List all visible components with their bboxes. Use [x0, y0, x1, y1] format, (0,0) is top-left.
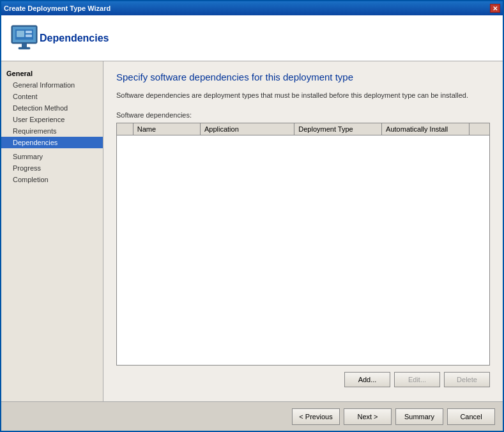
wizard-title: Dependencies [40, 33, 109, 44]
sidebar-section-general: General General Information Content Dete… [1, 66, 103, 150]
svg-rect-6 [26, 31, 32, 33]
delete-button[interactable]: Delete [444, 372, 490, 387]
summary-button[interactable]: Summary [395, 408, 443, 425]
sidebar-item-content[interactable]: Content [1, 91, 103, 102]
sidebar-item-user-experience[interactable]: User Experience [1, 114, 103, 125]
col-header-extra [469, 123, 489, 135]
dependencies-table-container: Name Application Deployment Type Automat… [116, 123, 490, 366]
window-title: Create Deployment Type Wizard [4, 4, 111, 12]
sidebar-item-completion[interactable]: Completion [1, 174, 103, 185]
sidebar-item-general-information[interactable]: General Information [1, 79, 103, 91]
dependencies-table: Name Application Deployment Type Automat… [117, 123, 489, 135]
title-bar: Create Deployment Type Wizard ✕ [1, 1, 503, 15]
add-button[interactable]: Add... [344, 372, 390, 387]
next-button[interactable]: Next > [344, 408, 392, 425]
col-header-application: Application [200, 123, 294, 135]
sidebar-item-detection-method[interactable]: Detection Method [1, 102, 103, 114]
svg-rect-5 [17, 31, 24, 37]
cancel-button[interactable]: Cancel [447, 408, 495, 425]
sidebar-item-requirements[interactable]: Requirements [1, 125, 103, 137]
previous-button[interactable]: < Previous [292, 408, 340, 425]
edit-button[interactable]: Edit... [394, 372, 440, 387]
svg-rect-3 [19, 47, 30, 49]
col-header-deployment-type: Deployment Type [294, 123, 382, 135]
svg-rect-7 [26, 35, 32, 37]
close-button[interactable]: ✕ [490, 4, 500, 13]
sidebar-section-summary: Summary Progress Completion [1, 150, 103, 187]
content-title: Specify software dependencies for this d… [116, 72, 490, 82]
wizard-header-icon [9, 23, 40, 54]
sidebar: General General Information Content Dete… [1, 61, 103, 401]
wizard-footer: < Previous Next > Summary Cancel [1, 401, 503, 431]
col-header-auto-install: Automatically Install [382, 123, 470, 135]
col-header-check [117, 123, 133, 135]
sidebar-item-dependencies[interactable]: Dependencies [1, 137, 103, 148]
svg-rect-2 [22, 43, 27, 47]
wizard-body: General General Information Content Dete… [1, 61, 503, 401]
wizard-header: Dependencies [1, 15, 503, 61]
col-header-name: Name [133, 123, 200, 135]
content-description: Software dependencies are deployment typ… [116, 90, 490, 101]
wizard-window: Create Deployment Type Wizard ✕ Dependen… [0, 0, 504, 432]
sidebar-item-progress[interactable]: Progress [1, 162, 103, 174]
section-label: Software dependencies: [116, 111, 490, 119]
sidebar-group-general: General [1, 68, 103, 79]
action-buttons: Add... Edit... Delete [116, 372, 490, 387]
sidebar-item-summary[interactable]: Summary [1, 151, 103, 162]
main-content: Specify software dependencies for this d… [103, 61, 503, 401]
